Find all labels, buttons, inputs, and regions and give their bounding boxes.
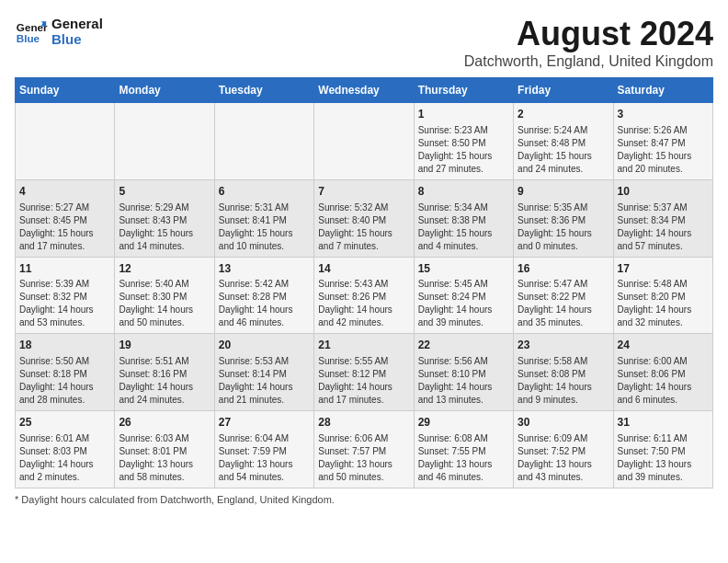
day-content: Sunrise: 6:11 AM Sunset: 7:50 PM Dayligh… [618,432,709,484]
day-number: 2 [518,107,609,122]
day-content: Sunrise: 5:56 AM Sunset: 8:10 PM Dayligh… [418,355,509,407]
day-number: 18 [19,338,110,353]
day-number: 20 [219,338,310,353]
calendar-cell: 10Sunrise: 5:37 AM Sunset: 8:34 PM Dayli… [613,179,712,257]
logo-icon: General Blue [15,15,48,48]
day-number: 23 [518,338,609,353]
logo-general: General [51,16,103,31]
day-content: Sunrise: 6:01 AM Sunset: 8:03 PM Dayligh… [19,432,110,484]
day-number: 1 [418,107,509,122]
calendar-cell [214,103,313,180]
day-content: Sunrise: 5:39 AM Sunset: 8:32 PM Dayligh… [19,278,110,329]
day-number: 5 [119,184,210,200]
day-content: Sunrise: 5:45 AM Sunset: 8:24 PM Dayligh… [418,278,509,329]
day-number: 6 [219,184,310,200]
day-content: Sunrise: 5:47 AM Sunset: 8:22 PM Dayligh… [518,278,609,329]
day-number: 13 [219,261,310,277]
title-area: August 2024 Datchworth, England, United … [464,15,713,70]
day-content: Sunrise: 6:08 AM Sunset: 7:55 PM Dayligh… [418,432,509,484]
calendar-week-2: 4Sunrise: 5:27 AM Sunset: 8:45 PM Daylig… [16,179,713,257]
day-number: 21 [318,338,409,353]
calendar-cell [16,103,115,180]
day-number: 25 [19,415,110,431]
day-number: 9 [518,184,609,200]
header-cell-tuesday: Tuesday [214,78,313,103]
header-cell-wednesday: Wednesday [314,78,414,103]
calendar-week-5: 25Sunrise: 6:01 AM Sunset: 8:03 PM Dayli… [16,411,713,488]
day-number: 8 [418,184,509,200]
calendar-cell: 3Sunrise: 5:26 AM Sunset: 8:47 PM Daylig… [613,103,712,180]
day-number: 24 [618,338,709,353]
day-content: Sunrise: 5:55 AM Sunset: 8:12 PM Dayligh… [318,355,409,407]
day-number: 30 [518,415,609,431]
calendar-cell: 4Sunrise: 5:27 AM Sunset: 8:45 PM Daylig… [16,179,115,257]
day-content: Sunrise: 5:26 AM Sunset: 8:47 PM Dayligh… [618,124,709,176]
day-content: Sunrise: 5:27 AM Sunset: 8:45 PM Dayligh… [19,201,110,253]
calendar-cell: 27Sunrise: 6:04 AM Sunset: 7:59 PM Dayli… [214,411,313,488]
calendar-cell [115,103,214,180]
header: General Blue General Blue August 2024 Da… [15,15,713,70]
calendar-week-4: 18Sunrise: 5:50 AM Sunset: 8:18 PM Dayli… [16,334,713,411]
calendar-week-3: 11Sunrise: 5:39 AM Sunset: 8:32 PM Dayli… [16,257,713,334]
calendar-cell: 13Sunrise: 5:42 AM Sunset: 8:28 PM Dayli… [214,257,313,334]
header-cell-friday: Friday [514,78,613,103]
day-number: 11 [19,261,110,277]
calendar-cell [314,103,414,180]
header-cell-saturday: Saturday [613,78,712,103]
day-content: Sunrise: 5:37 AM Sunset: 8:34 PM Dayligh… [618,201,709,253]
calendar-cell: 8Sunrise: 5:34 AM Sunset: 8:38 PM Daylig… [414,179,513,257]
day-content: Sunrise: 5:34 AM Sunset: 8:38 PM Dayligh… [418,201,509,253]
footer-note: * Daylight hours calculated from Datchwo… [15,494,713,505]
calendar-cell: 1Sunrise: 5:23 AM Sunset: 8:50 PM Daylig… [414,103,513,180]
day-number: 4 [19,184,110,200]
calendar-cell: 21Sunrise: 5:55 AM Sunset: 8:12 PM Dayli… [314,334,414,411]
day-content: Sunrise: 5:43 AM Sunset: 8:26 PM Dayligh… [318,278,409,329]
day-content: Sunrise: 5:48 AM Sunset: 8:20 PM Dayligh… [618,278,709,329]
day-content: Sunrise: 6:04 AM Sunset: 7:59 PM Dayligh… [219,432,310,484]
calendar-cell: 30Sunrise: 6:09 AM Sunset: 7:52 PM Dayli… [514,411,613,488]
day-number: 27 [219,415,310,431]
header-cell-sunday: Sunday [16,78,115,103]
day-content: Sunrise: 6:00 AM Sunset: 8:06 PM Dayligh… [618,355,709,407]
day-content: Sunrise: 6:06 AM Sunset: 7:57 PM Dayligh… [318,432,409,484]
day-number: 3 [618,107,709,122]
day-content: Sunrise: 6:09 AM Sunset: 7:52 PM Dayligh… [518,432,609,484]
calendar-cell: 6Sunrise: 5:31 AM Sunset: 8:41 PM Daylig… [214,179,313,257]
day-number: 31 [618,415,709,431]
logo-blue: Blue [51,31,103,47]
day-number: 14 [318,261,409,277]
day-number: 17 [618,261,709,277]
day-number: 26 [119,415,210,431]
calendar-cell: 15Sunrise: 5:45 AM Sunset: 8:24 PM Dayli… [414,257,513,334]
calendar-cell: 14Sunrise: 5:43 AM Sunset: 8:26 PM Dayli… [314,257,414,334]
calendar-cell: 19Sunrise: 5:51 AM Sunset: 8:16 PM Dayli… [115,334,214,411]
calendar-table: SundayMondayTuesdayWednesdayThursdayFrid… [15,77,713,488]
calendar-subtitle: Datchworth, England, United Kingdom [464,53,713,70]
day-content: Sunrise: 5:31 AM Sunset: 8:41 PM Dayligh… [219,201,310,253]
day-content: Sunrise: 5:50 AM Sunset: 8:18 PM Dayligh… [19,355,110,407]
day-number: 16 [518,261,609,277]
day-content: Sunrise: 5:53 AM Sunset: 8:14 PM Dayligh… [219,355,310,407]
calendar-header: SundayMondayTuesdayWednesdayThursdayFrid… [16,78,713,103]
day-number: 15 [418,261,509,277]
calendar-cell: 26Sunrise: 6:03 AM Sunset: 8:01 PM Dayli… [115,411,214,488]
day-number: 7 [318,184,409,200]
calendar-cell: 12Sunrise: 5:40 AM Sunset: 8:30 PM Dayli… [115,257,214,334]
day-number: 12 [119,261,210,277]
calendar-cell: 16Sunrise: 5:47 AM Sunset: 8:22 PM Dayli… [514,257,613,334]
calendar-cell: 17Sunrise: 5:48 AM Sunset: 8:20 PM Dayli… [613,257,712,334]
calendar-cell: 5Sunrise: 5:29 AM Sunset: 8:43 PM Daylig… [115,179,214,257]
calendar-cell: 28Sunrise: 6:06 AM Sunset: 7:57 PM Dayli… [314,411,414,488]
day-number: 22 [418,338,509,353]
calendar-cell: 22Sunrise: 5:56 AM Sunset: 8:10 PM Dayli… [414,334,513,411]
day-content: Sunrise: 5:42 AM Sunset: 8:28 PM Dayligh… [219,278,310,329]
calendar-title: August 2024 [464,15,713,53]
logo: General Blue General Blue [15,15,103,48]
day-content: Sunrise: 5:51 AM Sunset: 8:16 PM Dayligh… [119,355,210,407]
footer-text: Daylight hours [21,494,85,505]
day-content: Sunrise: 6:03 AM Sunset: 8:01 PM Dayligh… [119,432,210,484]
day-number: 10 [618,184,709,200]
calendar-cell: 2Sunrise: 5:24 AM Sunset: 8:48 PM Daylig… [514,103,613,180]
day-content: Sunrise: 5:32 AM Sunset: 8:40 PM Dayligh… [318,201,409,253]
day-content: Sunrise: 5:40 AM Sunset: 8:30 PM Dayligh… [119,278,210,329]
